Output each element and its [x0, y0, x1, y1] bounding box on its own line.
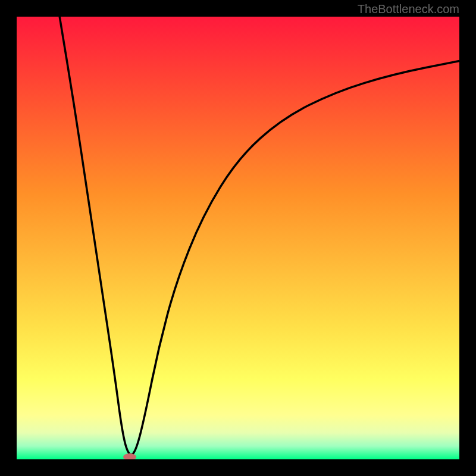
chart-container: TheBottleneck.com: [0, 0, 476, 476]
watermark-text: TheBottleneck.com: [358, 2, 459, 16]
plot-area: [17, 17, 459, 459]
bottleneck-curve: [17, 17, 459, 459]
minimum-marker: [123, 453, 136, 459]
